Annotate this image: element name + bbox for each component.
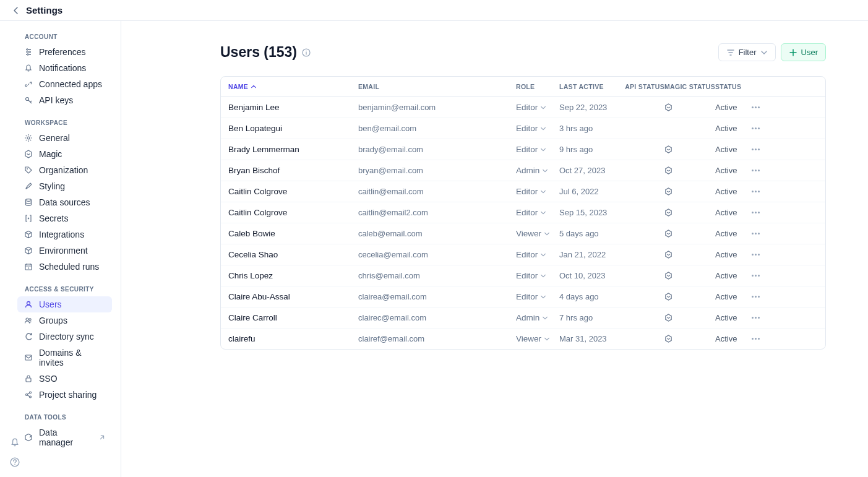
info-icon[interactable] <box>302 48 311 57</box>
user-status: Active <box>715 250 746 259</box>
sidebar-item-label: General <box>39 133 70 143</box>
role-dropdown[interactable]: Editor <box>516 271 559 280</box>
add-user-label: User <box>801 48 818 57</box>
sidebar-item-data-sources[interactable]: Data sources <box>17 194 112 210</box>
row-actions-button[interactable] <box>746 148 765 150</box>
add-user-button[interactable]: User <box>781 43 826 61</box>
sidebar-item-environment[interactable]: Environment <box>17 243 112 259</box>
plus-icon <box>789 48 797 57</box>
user-name: Ben Lopategui <box>228 124 358 133</box>
last-active: Jan 21, 2022 <box>559 250 622 259</box>
column-header-status[interactable]: STATUS <box>715 83 746 90</box>
sidebar-item-magic[interactable]: Magic <box>17 146 112 162</box>
row-actions-button[interactable] <box>746 275 765 277</box>
chevron-down-icon <box>540 147 546 153</box>
chevron-down-icon <box>540 189 546 195</box>
column-header-last-active[interactable]: LAST ACTIVE <box>559 83 622 90</box>
row-actions-button[interactable] <box>746 233 765 234</box>
sidebar-item-styling[interactable]: Styling <box>17 178 112 194</box>
column-header-magic-status[interactable]: MAGIC STATUS <box>664 83 715 90</box>
role-dropdown[interactable]: Editor <box>516 103 559 112</box>
user-name: Brady Lemmerman <box>228 145 358 154</box>
sidebar-item-notifications[interactable]: Notifications <box>17 60 112 76</box>
role-dropdown[interactable]: Editor <box>516 145 559 154</box>
hex-icon <box>664 166 672 174</box>
row-actions-button[interactable] <box>746 127 765 129</box>
sidebar-item-connected-apps[interactable]: Connected apps <box>17 76 112 92</box>
user-name: Claire Abu-Assal <box>228 292 358 301</box>
user-name: clairefu <box>228 334 358 343</box>
role-dropdown[interactable]: Editor <box>516 292 559 301</box>
more-horizontal-icon <box>752 254 760 256</box>
users-icon <box>24 316 33 325</box>
user-name: Claire Carroll <box>228 313 358 322</box>
magic-status <box>664 251 715 259</box>
sidebar-item-domains-invites[interactable]: Domains & invites <box>17 345 112 371</box>
sidebar-item-label: SSO <box>39 374 58 384</box>
row-actions-button[interactable] <box>746 296 765 298</box>
column-header-name[interactable]: NAME <box>228 83 358 90</box>
column-header-email[interactable]: EMAIL <box>358 83 516 90</box>
sidebar-item-general[interactable]: General <box>17 130 112 146</box>
user-email: bryan@email.com <box>358 166 516 175</box>
column-header-api-status[interactable]: API STATUS <box>622 83 664 90</box>
user-status: Active <box>715 187 746 196</box>
chevron-down-icon <box>540 210 546 216</box>
sidebar-item-label: Data manager <box>39 428 92 447</box>
user-email: benjamin@email.com <box>358 103 516 112</box>
user-email: clairef@email.com <box>358 334 516 343</box>
role-dropdown[interactable]: Admin <box>516 313 559 322</box>
hex-icon <box>664 145 672 153</box>
link-icon <box>24 80 33 89</box>
sidebar-item-label: Domains & invites <box>39 348 106 367</box>
sidebar-item-preferences[interactable]: Preferences <box>17 44 112 60</box>
more-horizontal-icon <box>752 233 760 234</box>
last-active: 9 hrs ago <box>559 145 622 154</box>
help-icon[interactable] <box>9 456 21 468</box>
table-row: Caleb Bowiecaleb@email.comViewer5 days a… <box>221 223 825 244</box>
row-actions-button[interactable] <box>746 106 765 108</box>
sidebar-item-label: Magic <box>39 149 62 159</box>
role-dropdown[interactable]: Editor <box>516 124 559 133</box>
row-actions-button[interactable] <box>746 191 765 192</box>
row-actions-button[interactable] <box>746 212 765 213</box>
last-active: 7 hrs ago <box>559 313 622 322</box>
sidebar-item-groups[interactable]: Groups <box>17 312 112 329</box>
role-label: Editor <box>516 145 538 154</box>
last-active: Oct 27, 2023 <box>559 166 622 175</box>
sidebar-item-label: Secrets <box>39 213 68 223</box>
role-dropdown[interactable]: Viewer <box>516 334 559 343</box>
filter-button[interactable]: Filter <box>718 43 776 61</box>
column-header-role[interactable]: ROLE <box>516 83 559 90</box>
sidebar-item-integrations[interactable]: Integrations <box>17 226 112 243</box>
row-actions-button[interactable] <box>746 170 765 171</box>
row-actions-button[interactable] <box>746 338 765 340</box>
sidebar-item-scheduled-runs[interactable]: Scheduled runs <box>17 259 112 275</box>
sidebar-item-data-manager[interactable]: Data manager <box>17 424 112 450</box>
role-dropdown[interactable]: Editor <box>516 250 559 259</box>
more-horizontal-icon <box>752 212 760 213</box>
row-actions-button[interactable] <box>746 254 765 256</box>
sidebar-item-api-keys[interactable]: API keys <box>17 92 112 108</box>
sidebar-item-organization[interactable]: Organization <box>17 162 112 178</box>
role-dropdown[interactable]: Admin <box>516 166 559 175</box>
brackets-icon <box>24 214 33 223</box>
user-name: Caitlin Colgrove <box>228 187 358 196</box>
hex-icon <box>664 335 672 343</box>
sidebar-item-secrets[interactable]: Secrets <box>17 210 112 226</box>
row-actions-button[interactable] <box>746 317 765 319</box>
back-chevron-icon[interactable] <box>11 6 21 15</box>
sidebar-item-users[interactable]: Users <box>17 296 112 312</box>
sidebar-item-project-sharing[interactable]: Project sharing <box>17 387 112 403</box>
role-dropdown[interactable]: Editor <box>516 208 559 217</box>
role-dropdown[interactable]: Viewer <box>516 229 559 238</box>
hex-icon <box>664 230 672 238</box>
sidebar-item-sso[interactable]: SSO <box>17 371 112 387</box>
notifications-bell-icon[interactable] <box>9 436 21 449</box>
user-name: Caleb Bowie <box>228 229 358 238</box>
sidebar-item-directory-sync[interactable]: Directory sync <box>17 329 112 345</box>
calendar-play-icon <box>24 262 33 272</box>
chevron-down-icon <box>540 126 546 132</box>
gear-icon <box>24 134 33 143</box>
role-dropdown[interactable]: Editor <box>516 187 559 196</box>
